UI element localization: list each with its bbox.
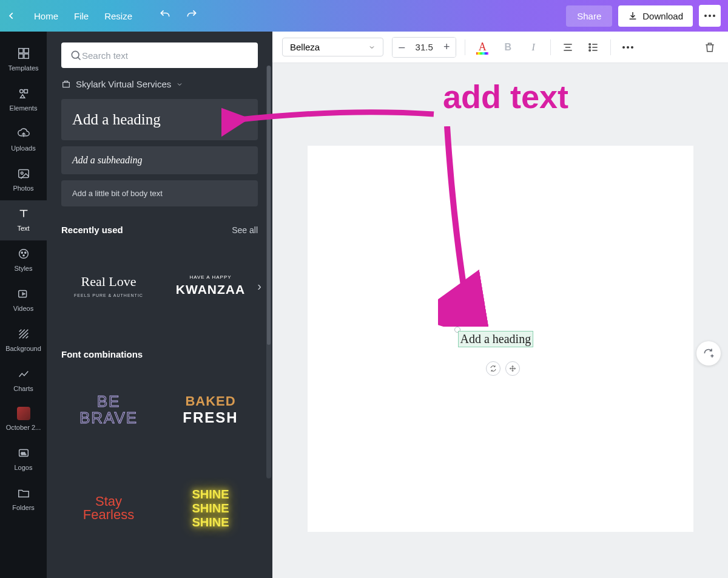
download-button[interactable]: Download <box>618 5 693 27</box>
toolbar-more-button[interactable] <box>619 39 636 56</box>
sync-icon[interactable] <box>486 361 500 376</box>
search-box[interactable] <box>61 42 258 68</box>
nav-text[interactable]: Text <box>0 200 47 240</box>
logos-icon: co. <box>16 446 31 460</box>
text-toolbar: Belleza – 31.5 + A B I <box>272 32 728 63</box>
svg-point-9 <box>21 252 22 253</box>
search-input[interactable] <box>82 50 249 61</box>
carousel-next-icon[interactable]: › <box>257 279 261 293</box>
nav-charts[interactable]: Charts <box>0 361 47 401</box>
resize-menu[interactable]: Resize <box>104 11 132 21</box>
elements-icon <box>16 86 31 101</box>
back-icon[interactable] <box>7 10 18 21</box>
font-size-control: – 31.5 + <box>392 37 456 58</box>
svg-rect-3 <box>24 54 28 58</box>
file-menu[interactable]: File <box>74 11 89 21</box>
font-size-value[interactable]: 31.5 <box>411 42 437 52</box>
svg-point-11 <box>22 255 24 256</box>
svg-point-4 <box>19 90 23 93</box>
brand-kit-row[interactable]: Skylark Virtual Services <box>61 79 258 89</box>
svg-point-23 <box>589 49 591 51</box>
svg-point-10 <box>24 252 25 253</box>
svg-rect-0 <box>18 49 22 53</box>
templates-icon <box>16 46 31 61</box>
combo-card-stay-fearless[interactable]: Stay Fearless <box>61 463 156 554</box>
october-icon <box>17 407 30 420</box>
move-icon[interactable] <box>505 361 520 376</box>
svg-text:co.: co. <box>21 451 26 455</box>
svg-rect-1 <box>24 49 28 53</box>
recent-card-kwanzaa[interactable]: HAVE A HAPPY KWANZAA <box>163 240 258 331</box>
undo-icon[interactable] <box>159 8 171 23</box>
annotation-label: add text <box>443 78 568 115</box>
list-button[interactable] <box>585 39 602 56</box>
font-combinations-label: Font combinations <box>61 349 143 359</box>
svg-point-8 <box>19 250 28 259</box>
download-label: Download <box>642 11 683 21</box>
svg-rect-2 <box>18 54 22 58</box>
delete-button[interactable] <box>701 39 718 56</box>
search-icon <box>70 49 82 61</box>
text-icon <box>16 206 31 221</box>
nav-background[interactable]: Background <box>0 321 47 361</box>
see-all-link[interactable]: See all <box>232 225 258 235</box>
svg-point-22 <box>589 46 591 48</box>
svg-rect-5 <box>24 90 27 93</box>
font-size-increase[interactable]: + <box>437 38 456 57</box>
videos-icon <box>16 287 31 301</box>
svg-point-16 <box>72 51 79 58</box>
home-menu[interactable]: Home <box>34 11 58 21</box>
svg-marker-13 <box>22 293 25 295</box>
combo-card-be-brave[interactable]: BE BRAVE <box>61 364 156 455</box>
nav-elements[interactable]: Elements <box>0 80 47 120</box>
top-bar: Home File Resize Share Download <box>0 0 728 32</box>
share-button[interactable]: Share <box>566 5 612 27</box>
nav-folders[interactable]: Folders <box>0 480 47 520</box>
annotation-arrow-down <box>438 126 511 327</box>
svg-line-17 <box>78 57 80 59</box>
background-icon <box>16 327 31 341</box>
svg-point-7 <box>21 172 23 174</box>
redo-icon[interactable] <box>186 8 198 23</box>
canvas-heading-element[interactable]: Add a heading <box>458 331 534 347</box>
align-button[interactable] <box>559 39 576 56</box>
brand-icon <box>61 80 71 89</box>
text-color-button[interactable]: A <box>474 39 491 56</box>
side-nav: Templates Elements Uploads Photos Text S… <box>0 32 47 578</box>
italic-button[interactable]: I <box>525 39 542 56</box>
nav-videos[interactable]: Videos <box>0 280 47 321</box>
annotation-arrow-left <box>221 96 440 151</box>
nav-uploads[interactable]: Uploads <box>0 120 47 160</box>
chevron-down-icon <box>176 81 183 88</box>
recent-card-real-love[interactable]: Real Love FEELS PURE & AUTHENTIC <box>61 240 156 331</box>
bold-button[interactable]: B <box>499 39 516 56</box>
recently-used-label: Recently used <box>61 225 123 235</box>
combo-card-baked-fresh[interactable]: BAKED FRESH <box>163 364 258 455</box>
add-body-button[interactable]: Add a little bit of body text <box>61 180 258 206</box>
font-select[interactable]: Belleza <box>282 38 383 56</box>
combo-card-shine[interactable]: SHINE SHINE SHINE <box>163 463 258 554</box>
uploads-icon <box>16 126 31 141</box>
nav-templates[interactable]: Templates <box>0 40 47 80</box>
styles-icon <box>16 246 31 261</box>
font-size-decrease[interactable]: – <box>393 38 411 57</box>
svg-point-21 <box>589 43 591 45</box>
nav-styles[interactable]: Styles <box>0 240 47 280</box>
photos-icon <box>16 166 31 181</box>
chevron-down-icon <box>368 44 376 51</box>
nav-logos[interactable]: co. Logos <box>0 440 47 480</box>
charts-icon <box>16 367 31 381</box>
more-button[interactable] <box>699 5 721 27</box>
add-page-button[interactable] <box>696 341 721 365</box>
folders-icon <box>16 486 31 500</box>
nav-october[interactable]: October 2... <box>0 401 47 440</box>
nav-photos[interactable]: Photos <box>0 160 47 200</box>
